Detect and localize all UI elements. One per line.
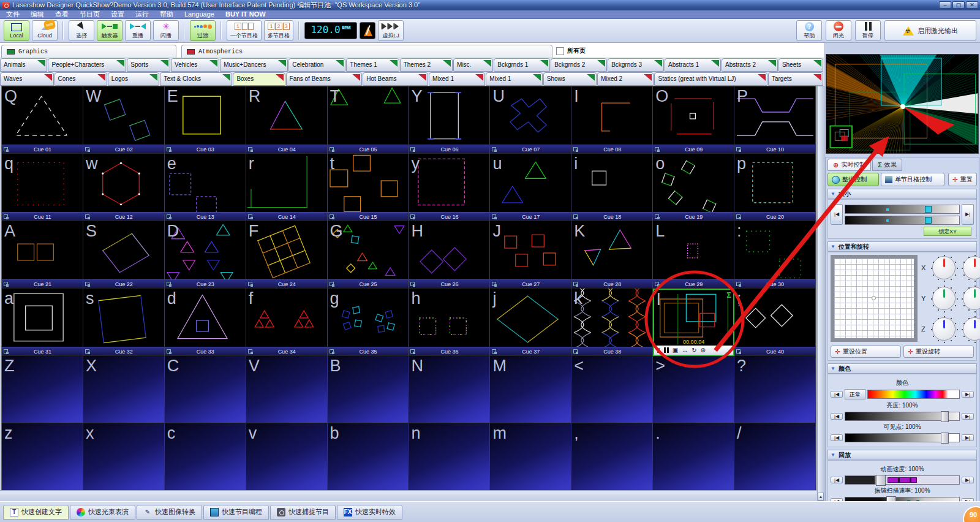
- cue-cell-c[interactable]: c: [165, 423, 246, 491]
- tab-effects[interactable]: Σ 效果: [872, 159, 902, 171]
- brightness-max-button[interactable]: ▶|: [962, 413, 974, 420]
- cue-cell-s[interactable]: sCue 32: [83, 289, 165, 356]
- cue-cell-x[interactable]: x: [83, 423, 165, 491]
- trigger-mode-button[interactable]: 触发器: [97, 20, 123, 41]
- metronome-icon[interactable]: [360, 22, 375, 39]
- close-button[interactable]: ✕: [966, 1, 978, 9]
- animation-speed-slider[interactable]: [845, 475, 960, 485]
- color-max-button[interactable]: ▶|: [962, 391, 974, 398]
- x-rotation-knob-1[interactable]: [932, 256, 956, 279]
- brightness-min-button[interactable]: |◀: [831, 413, 843, 420]
- position-pad[interactable]: [831, 255, 918, 342]
- cue-cell-,[interactable]: ,: [571, 423, 653, 491]
- section-size[interactable]: ▼ 大小: [827, 189, 977, 199]
- cue-cell-:[interactable]: :Cue 30: [734, 221, 816, 289]
- menu-item-3[interactable]: 查看: [55, 10, 69, 18]
- cue-cell-M[interactable]: M: [490, 356, 571, 423]
- cue-cell-<[interactable]: <: [571, 356, 653, 423]
- category-tab-11[interactable]: Bckgrnds 2: [551, 58, 607, 72]
- multi-cue-button[interactable]: 123 多节目格: [264, 20, 293, 41]
- cue-cell-g[interactable]: gCue 35: [328, 289, 409, 356]
- size-x-handle[interactable]: [925, 206, 932, 213]
- play-strip-icon[interactable]: ▮: [657, 346, 660, 354]
- subcategory-tab-9[interactable]: Mixed 1: [486, 72, 542, 86]
- master-control-button[interactable]: 整体控制: [827, 173, 879, 186]
- menu-item-2[interactable]: 编辑: [31, 10, 44, 18]
- cue-cell-B[interactable]: B: [328, 356, 409, 423]
- x-rotation-knob-2[interactable]: [963, 256, 980, 279]
- lock-xy-button[interactable]: 锁定XY: [924, 227, 971, 236]
- reset-button[interactable]: ✛ 重置: [948, 173, 977, 186]
- one-cue-button[interactable]: 100 一个节目格: [227, 20, 262, 41]
- cue-cell-G[interactable]: GCue 25: [328, 221, 409, 289]
- virtual-lj-button[interactable]: 虚拟LJ: [378, 20, 404, 41]
- cue-cell-p[interactable]: pCue 20: [734, 154, 816, 221]
- cue-cell-j[interactable]: jCue 37: [490, 289, 571, 356]
- category-tab-4[interactable]: Vehicles: [171, 58, 219, 72]
- subcategory-tab-2[interactable]: Cones: [55, 72, 107, 86]
- subcategory-tab-7[interactable]: Hot Beams: [363, 72, 428, 86]
- brightness-handle[interactable]: [941, 411, 949, 422]
- cue-cell-X[interactable]: X: [83, 356, 165, 423]
- reset-position-button[interactable]: ✛ 重设位置: [831, 346, 901, 358]
- cue-cell-U[interactable]: UCue 07: [490, 86, 571, 154]
- cue-cell-;[interactable]: ;Cue 40: [734, 289, 816, 356]
- pause-button[interactable]: 暂停: [855, 20, 881, 41]
- cue-cell-v[interactable]: v: [246, 423, 328, 491]
- cue-cell-z[interactable]: z: [2, 423, 83, 491]
- animation-speed-handle[interactable]: [876, 475, 886, 486]
- category-tab-2[interactable]: People+Characters: [48, 58, 126, 72]
- blackout-button[interactable]: 闭光: [826, 20, 851, 41]
- visible-points-min-button[interactable]: |◀: [831, 434, 843, 441]
- cue-cell-a[interactable]: aCue 31: [2, 289, 83, 356]
- cue-cell-W[interactable]: WCue 02: [83, 86, 165, 154]
- subcategory-tab-4[interactable]: Text & Clocks: [160, 72, 232, 86]
- cue-playback-controls[interactable]: ▮▣↔↻⊕: [654, 346, 733, 355]
- cue-cell-O[interactable]: OCue 09: [653, 86, 734, 154]
- size-x-slider[interactable]: [845, 205, 960, 214]
- category-tab-5[interactable]: Music+Dancers: [220, 58, 288, 72]
- cue-cell-H[interactable]: HCue 26: [409, 221, 490, 289]
- cue-cell-Y[interactable]: YCue 06: [409, 86, 490, 154]
- cue-cell-y[interactable]: yCue 16: [409, 154, 490, 221]
- subcategory-tab-13[interactable]: Targets: [768, 72, 823, 86]
- cue-cell-L[interactable]: LCue 29: [653, 221, 734, 289]
- cue-cell-D[interactable]: DCue 23: [165, 221, 246, 289]
- cue-cell-Z[interactable]: Z: [2, 356, 83, 423]
- cue-cell-h[interactable]: hCue 36: [409, 289, 490, 356]
- category-tab-10[interactable]: Bckgrnds 1: [494, 58, 550, 72]
- menu-item-8[interactable]: Language: [184, 10, 214, 18]
- subcategory-tab-1[interactable]: Waves: [0, 72, 54, 86]
- subcategory-tab-12[interactable]: Statics (great with Virtual LJ): [654, 72, 767, 86]
- enable-laser-output-button[interactable]: 启用激光输出: [884, 20, 976, 41]
- bottom-tab-2[interactable]: 快速光束表演: [70, 505, 135, 520]
- grid-scrollbar[interactable]: ▲: [817, 86, 824, 501]
- section-playback[interactable]: ▼ 回放: [827, 450, 977, 460]
- cue-cell-/[interactable]: /: [734, 423, 816, 491]
- select-mode-button[interactable]: 选择: [69, 20, 94, 41]
- menu-item-6[interactable]: 运行: [135, 10, 149, 18]
- transition-button[interactable]: 过渡: [190, 20, 216, 41]
- pause-icon[interactable]: [664, 347, 669, 353]
- cue-cell-J[interactable]: JCue 27: [490, 221, 571, 289]
- restart-mode-button[interactable]: 重播: [125, 20, 151, 41]
- brightness-slider[interactable]: [845, 412, 960, 421]
- category-tab-12[interactable]: Bckgrnds 3: [608, 58, 664, 72]
- maximize-button[interactable]: ▢: [952, 1, 965, 9]
- minimize-button[interactable]: –: [939, 1, 951, 9]
- flash-mode-button[interactable]: ✳ 闪播: [153, 20, 179, 41]
- cue-cell-w[interactable]: wCue 12: [83, 154, 165, 221]
- cue-cell-i[interactable]: iCue 18: [571, 154, 653, 221]
- cue-cell-Q[interactable]: QCue 01: [2, 86, 83, 154]
- visible-points-slider[interactable]: [845, 433, 960, 442]
- cue-cell-r[interactable]: rCue 14: [246, 154, 328, 221]
- menu-item-4[interactable]: 节目页: [80, 10, 100, 18]
- category-tab-13[interactable]: Abstracts 1: [665, 58, 721, 72]
- bottom-tab-1[interactable]: T快速创建文字: [3, 505, 69, 520]
- cloud-button[interactable]: ☁beta Cloud: [32, 20, 58, 41]
- menu-item-5[interactable]: 设置: [111, 10, 124, 18]
- y-rotation-knob-1[interactable]: [932, 287, 956, 310]
- bottom-tab-6[interactable]: FX快速实时特效: [337, 505, 402, 520]
- category-tab-9[interactable]: Misc.: [453, 58, 493, 72]
- category-tab-14[interactable]: Abstracts 2: [722, 58, 778, 72]
